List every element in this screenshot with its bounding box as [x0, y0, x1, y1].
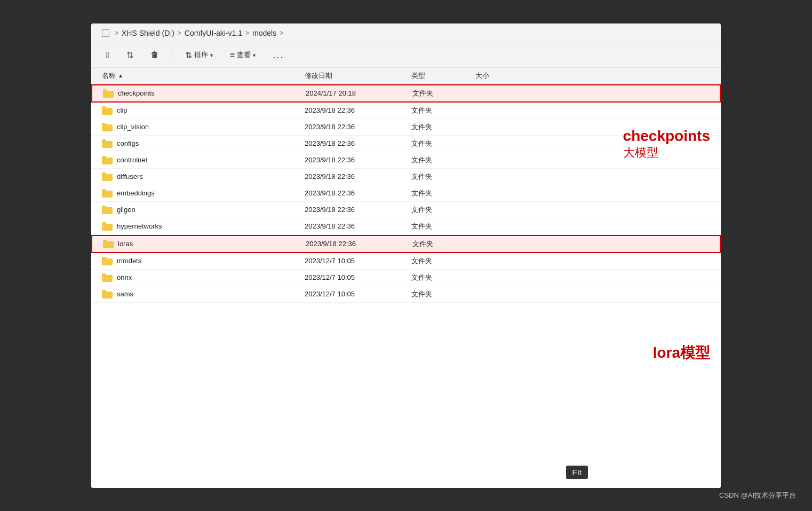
toolbar-delete-btn[interactable]: 🗑	[146, 48, 163, 62]
file-type: 文件夹	[411, 139, 475, 148]
folder-icon	[102, 290, 113, 298]
folder-icon	[103, 240, 114, 248]
toolbar-more-btn[interactable]: ...	[268, 48, 288, 63]
delete-icon: 🗑	[150, 50, 159, 60]
breadcrumb-sep-0: >	[115, 29, 118, 37]
header-date[interactable]: 修改日期	[305, 71, 411, 81]
file-type: 文件夹	[411, 188, 475, 198]
file-date: 2023/9/18 22:36	[305, 156, 411, 164]
file-name: onnx	[117, 273, 132, 281]
file-name-cell: mmdets	[102, 257, 305, 265]
file-type: 文件夹	[411, 122, 475, 132]
credit-text: CSDN @AI技术分享平台	[719, 491, 796, 500]
toolbar:  ⇅ 🗑 ⇅ 排序 ▾ ≡ 查看 ▾ ...	[91, 43, 721, 68]
file-name: hypernetworks	[117, 222, 162, 230]
file-name-cell: embeddings	[102, 189, 305, 198]
copy-icon: 	[106, 50, 109, 60]
folder-icon	[102, 189, 113, 198]
file-name: embeddings	[117, 189, 155, 197]
folder-icon	[102, 123, 113, 131]
file-row[interactable]: sams 2023/12/7 10:05 文件夹	[91, 286, 721, 303]
file-name: checkpoints	[118, 89, 155, 97]
breadcrumb-comfyui[interactable]: ComfyUI-aki-v1.1	[185, 29, 242, 37]
file-type: 文件夹	[412, 239, 476, 249]
toolbar-separator-1	[172, 50, 172, 60]
file-row[interactable]: controlnet 2023/9/18 22:36 文件夹	[91, 152, 721, 169]
file-row[interactable]: configs 2023/9/18 22:36 文件夹	[91, 136, 721, 152]
file-list: checkpoints 2024/1/17 20:18 文件夹 clip 202…	[91, 84, 721, 488]
breadcrumb-xhs-shield[interactable]: XHS Shield (D:)	[122, 29, 174, 37]
header-size[interactable]: 大小	[475, 71, 539, 81]
file-date: 2023/9/18 22:36	[305, 106, 411, 114]
header-type[interactable]: 类型	[411, 71, 475, 81]
breadcrumb-sep-3: >	[280, 29, 283, 37]
folder-icon	[103, 89, 114, 98]
file-date: 2023/9/18 22:36	[306, 240, 412, 248]
explorer-window: > XHS Shield (D:) > ComfyUI-aki-v1.1 > m…	[91, 23, 721, 488]
file-name-cell: gligen	[102, 206, 305, 214]
sort-icon: ⇅	[185, 50, 192, 60]
folder-icon	[102, 172, 113, 181]
folder-icon	[102, 139, 113, 148]
file-name: clip	[117, 106, 128, 114]
folder-icon	[102, 257, 113, 265]
file-name: configs	[117, 139, 139, 147]
file-row[interactable]: gligen 2023/9/18 22:36 文件夹	[91, 202, 721, 218]
fit-label: FIt	[566, 466, 588, 479]
file-date: 2023/9/18 22:36	[305, 172, 411, 180]
file-type: 文件夹	[411, 205, 475, 215]
file-name-cell: checkpoints	[103, 89, 306, 98]
file-name-cell: sams	[102, 290, 305, 298]
file-name-cell: onnx	[102, 273, 305, 282]
breadcrumb-bar: > XHS Shield (D:) > ComfyUI-aki-v1.1 > m…	[91, 23, 721, 43]
toolbar-copy-btn[interactable]: 	[102, 48, 114, 62]
breadcrumb-checkbox[interactable]	[102, 29, 109, 37]
file-row[interactable]: hypernetworks 2023/9/18 22:36 文件夹	[91, 218, 721, 235]
file-name-cell: loras	[103, 240, 306, 248]
file-row[interactable]: diffusers 2023/9/18 22:36 文件夹	[91, 169, 721, 185]
toolbar-sort-btn[interactable]: ⇅ 排序 ▾	[181, 48, 217, 62]
folder-icon	[102, 106, 113, 115]
file-row[interactable]: loras 2023/9/18 22:36 文件夹	[91, 235, 721, 253]
breadcrumb-models[interactable]: models	[252, 29, 276, 37]
file-date: 2024/1/17 20:18	[306, 89, 412, 97]
header-size-label: 大小	[475, 71, 489, 81]
header-name-label: 名称	[102, 71, 116, 81]
file-name-cell: configs	[102, 139, 305, 148]
file-type: 文件夹	[411, 256, 475, 266]
sort-chevron-icon: ▾	[210, 52, 213, 58]
file-type: 文件夹	[411, 172, 475, 182]
file-type: 文件夹	[411, 289, 475, 299]
folder-icon	[102, 273, 113, 282]
file-row[interactable]: mmdets 2023/12/7 10:05 文件夹	[91, 253, 721, 270]
file-date: 2023/12/7 10:05	[305, 257, 411, 265]
file-name: sams	[117, 290, 133, 298]
file-row[interactable]: clip_vision 2023/9/18 22:36 文件夹	[91, 119, 721, 136]
file-type: 文件夹	[411, 106, 475, 115]
file-name-cell: clip	[102, 106, 305, 115]
file-row[interactable]: embeddings 2023/9/18 22:36 文件夹	[91, 185, 721, 202]
file-row[interactable]: checkpoints 2024/1/17 20:18 文件夹	[91, 84, 721, 103]
file-row[interactable]: clip 2023/9/18 22:36 文件夹	[91, 103, 721, 119]
more-icon: ...	[273, 50, 284, 61]
file-name-cell: clip_vision	[102, 123, 305, 131]
file-type: 文件夹	[411, 222, 475, 231]
breadcrumb-sep-2: >	[245, 29, 249, 37]
file-type: 文件夹	[411, 273, 475, 282]
file-name: clip_vision	[117, 123, 149, 131]
view-chevron-icon: ▾	[253, 52, 256, 58]
file-date: 2023/9/18 22:36	[305, 222, 411, 230]
file-date: 2023/9/18 22:36	[305, 139, 411, 147]
file-date: 2023/9/18 22:36	[305, 206, 411, 214]
folder-icon	[102, 156, 113, 164]
file-row[interactable]: onnx 2023/12/7 10:05 文件夹	[91, 270, 721, 286]
header-name[interactable]: 名称 ▲	[102, 71, 305, 81]
toolbar-view-btn[interactable]: ≡ 查看 ▾	[226, 48, 260, 62]
folder-icon	[102, 222, 113, 231]
sort-asc-icon: ▲	[118, 73, 123, 78]
toolbar-share-btn[interactable]: ⇅	[122, 48, 138, 62]
file-date: 2023/9/18 22:36	[305, 123, 411, 131]
file-list-header: 名称 ▲ 修改日期 类型 大小	[91, 68, 721, 84]
file-type: 文件夹	[412, 89, 476, 98]
file-date: 2023/12/7 10:05	[305, 273, 411, 281]
